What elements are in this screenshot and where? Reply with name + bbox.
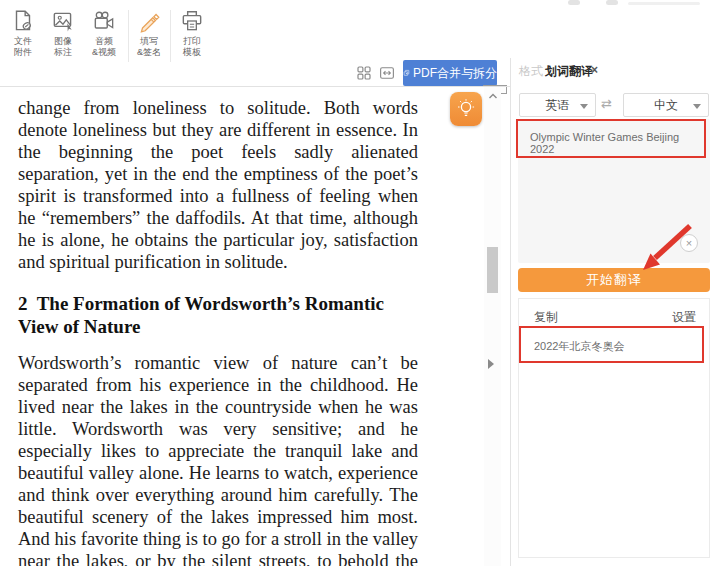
panel-collapse-arrow-icon[interactable] <box>488 359 494 369</box>
tab-format[interactable]: 格式 <box>519 63 543 80</box>
toolbar-item-fill-sign[interactable]: 填写&签名 <box>128 8 170 58</box>
merge-pages-icon <box>403 66 410 80</box>
clipped-topbar-artifact <box>568 0 580 5</box>
clipped-topbar-artifact <box>628 2 700 5</box>
document-text: change from loneliness to solitude. Both… <box>18 97 418 566</box>
toolbar-label: 音频 <box>83 36 125 47</box>
document-paragraph-1: change from loneliness to solitude. Both… <box>18 97 418 273</box>
document-paragraph-2: Wordsworth’s romantic view of nature can… <box>18 352 418 566</box>
chevron-down-icon <box>580 104 588 109</box>
print-template-icon <box>179 8 205 34</box>
tab-translate[interactable]: 划词翻译 <box>545 63 593 80</box>
clipped-topbar-artifact <box>606 0 618 5</box>
swap-languages-icon[interactable]: ⇄ <box>601 96 612 111</box>
app-window: 文件附件 图像标注 音频&视频 <box>0 0 720 566</box>
source-text: Olympic Winter Games Beijing 2022 <box>530 131 700 155</box>
panel-toggle-icon[interactable] <box>378 64 396 82</box>
toolbar-label: 填写 <box>128 36 170 47</box>
start-translate-button[interactable]: 开始翻译 <box>518 268 710 292</box>
source-language-select[interactable]: 英语 <box>519 93 596 117</box>
document-heading: 2 The Formation of Wordsworth’s Romantic… <box>18 292 418 338</box>
translation-result-card: 复制 设置 2022年北京冬奥会 <box>518 298 710 558</box>
scrollbar-thumb[interactable] <box>487 247 498 293</box>
audio-video-icon <box>91 8 117 34</box>
pdf-merge-split-label: PDF合并与拆分 <box>413 65 497 82</box>
toolbar-label: 打印 <box>171 36 213 47</box>
tip-lightbulb-button[interactable] <box>450 92 482 126</box>
clear-text-button[interactable]: × <box>680 234 698 252</box>
panel-tabs: 格式 划词翻译 × <box>511 58 720 86</box>
source-text-area[interactable]: Olympic Winter Games Beijing 2022 × <box>518 119 710 263</box>
translation-result-text: 2022年北京冬奥会 <box>534 339 624 354</box>
document-page[interactable]: change from loneliness to solitude. Both… <box>0 87 484 566</box>
fill-sign-icon <box>136 8 162 34</box>
tab-close-icon[interactable]: × <box>591 63 598 77</box>
toolbar-item-image-annotation[interactable]: 图像标注 <box>42 8 84 58</box>
toolbar-item-print-template[interactable]: 打印模板 <box>171 8 213 58</box>
grid-view-icon[interactable] <box>355 64 373 82</box>
copy-button[interactable]: 复制 <box>534 309 558 326</box>
image-annotation-icon <box>50 8 76 34</box>
file-attachment-icon <box>10 8 36 34</box>
target-language-select[interactable]: 中文 <box>623 93 709 117</box>
chevron-down-icon <box>693 104 701 109</box>
target-language-value: 中文 <box>654 97 678 114</box>
pdf-merge-split-button[interactable]: PDF合并与拆分 <box>403 60 497 86</box>
toolbar-item-file-attachment[interactable]: 文件附件 <box>2 8 44 58</box>
source-language-value: 英语 <box>546 97 570 114</box>
scroll-up-icon[interactable] <box>487 90 499 102</box>
toolbar-label: 文件 <box>2 36 44 47</box>
lightbulb-icon <box>455 97 477 121</box>
toolbar-item-audio-video[interactable]: 音频&视频 <box>83 8 125 58</box>
translate-panel: 格式 划词翻译 × 英语 ⇄ 中文 Olympic Winter Games B… <box>510 58 720 566</box>
document-scrollbar[interactable] <box>484 87 501 566</box>
toolbar-label: 图像 <box>42 36 84 47</box>
settings-button[interactable]: 设置 <box>672 309 696 326</box>
